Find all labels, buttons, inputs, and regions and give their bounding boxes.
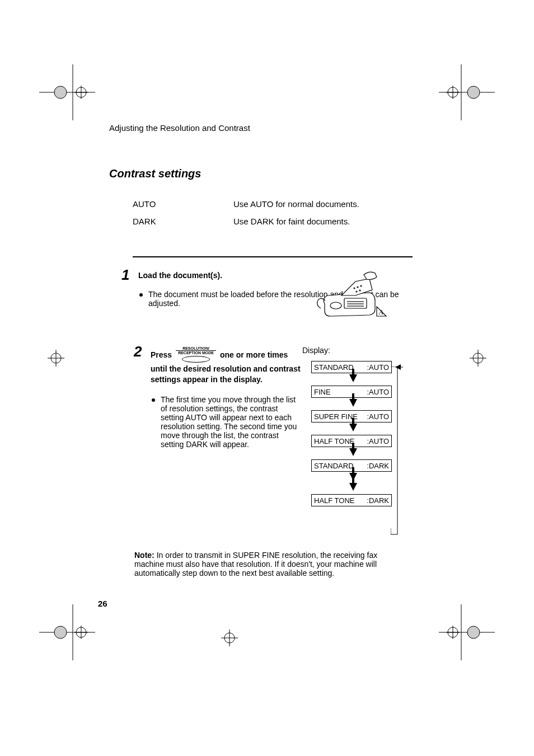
section-heading: Contrast settings — [109, 167, 411, 180]
step-2: 2 Press RESOLUTION/ RECEPTION MODE one o… — [134, 344, 302, 449]
step-number: 2 — [134, 344, 151, 359]
svg-point-8 — [467, 86, 480, 98]
lcd-right: :AUTO — [367, 363, 390, 372]
lcd-row: HALF TONE :AUTO — [311, 435, 392, 447]
svg-point-29 — [467, 626, 480, 638]
table-row: AUTO Use AUTO for normal documents. — [133, 199, 411, 209]
step-title: Press RESOLUTION/ RECEPTION MODE one or … — [151, 348, 302, 385]
display-label: Display: — [302, 346, 330, 355]
row-desc: Use AUTO for normal documents. — [233, 199, 359, 209]
lcd-left: HALF TONE — [314, 496, 354, 505]
lcd-left: FINE — [314, 388, 331, 396]
registration-mark — [39, 64, 95, 120]
lcd-row: STANDARD :AUTO — [311, 361, 392, 373]
lcd-row: HALF TONE :DARK — [311, 494, 392, 506]
row-desc: Use DARK for faint documents. — [233, 217, 350, 226]
lcd-left: SUPER FINE — [314, 412, 358, 421]
arrow-down-icon — [349, 424, 357, 431]
registration-mark — [39, 604, 95, 660]
arrow-down-icon — [349, 399, 357, 407]
table-row: DARK Use DARK for faint documents. — [133, 217, 411, 226]
key-label-bottom: RECEPTION MODE — [176, 350, 216, 355]
lcd-right: :AUTO — [367, 412, 390, 421]
registration-mark — [213, 621, 246, 655]
bullet-icon — [152, 398, 155, 402]
svg-point-2 — [54, 86, 67, 98]
lcd-row: FINE :AUTO — [311, 386, 392, 398]
resolution-key-icon: RESOLUTION/ RECEPTION MODE — [176, 346, 216, 363]
note-body: In order to transmit in SUPER FINE resol… — [134, 551, 377, 577]
lcd-right: :AUTO — [367, 388, 390, 396]
lcd-row: STANDARD :DARK — [311, 459, 392, 472]
row-label: DARK — [133, 217, 161, 226]
arrow-down-icon — [349, 483, 357, 491]
lcd-right: :AUTO — [367, 437, 390, 445]
registration-mark — [439, 64, 495, 120]
step-number: 1 — [121, 267, 138, 282]
return-arrow-line-icon — [391, 367, 402, 539]
running-head: Adjusting the Resolution and Contrast — [109, 123, 411, 133]
registration-mark — [461, 341, 495, 375]
step-bullet-text: The first time you move through the list… — [161, 395, 302, 449]
key-shape-icon — [182, 356, 210, 363]
note: Note: In order to transmit in SUPER FINE… — [134, 551, 409, 577]
key-label-top: RESOLUTION/ — [176, 346, 216, 350]
display-sequence: STANDARD :AUTO FINE :AUTO SUPER FINE :AU… — [311, 361, 395, 508]
svg-text:A: A — [378, 308, 383, 316]
registration-mark — [439, 604, 495, 660]
bullet-icon — [139, 293, 143, 297]
fax-illustration: A — [316, 265, 395, 321]
lcd-left: HALF TONE — [314, 437, 354, 445]
note-prefix: Note: — [134, 551, 157, 560]
lcd-right: :DARK — [367, 462, 389, 470]
lcd-left: STANDARD — [314, 462, 354, 470]
contrast-table: AUTO Use AUTO for normal documents. DARK… — [133, 199, 411, 226]
divider — [133, 256, 413, 257]
lcd-left: STANDARD — [314, 363, 354, 372]
step2-prefix: Press — [151, 350, 174, 359]
lcd-right: :DARK — [367, 496, 389, 505]
svg-point-20 — [54, 626, 67, 638]
row-label: AUTO — [133, 199, 161, 209]
arrow-down-icon — [349, 448, 357, 456]
page-number: 26 — [98, 599, 107, 608]
lcd-row: SUPER FINE :AUTO — [311, 410, 392, 422]
arrow-down-icon — [349, 374, 357, 382]
registration-mark — [39, 341, 73, 375]
